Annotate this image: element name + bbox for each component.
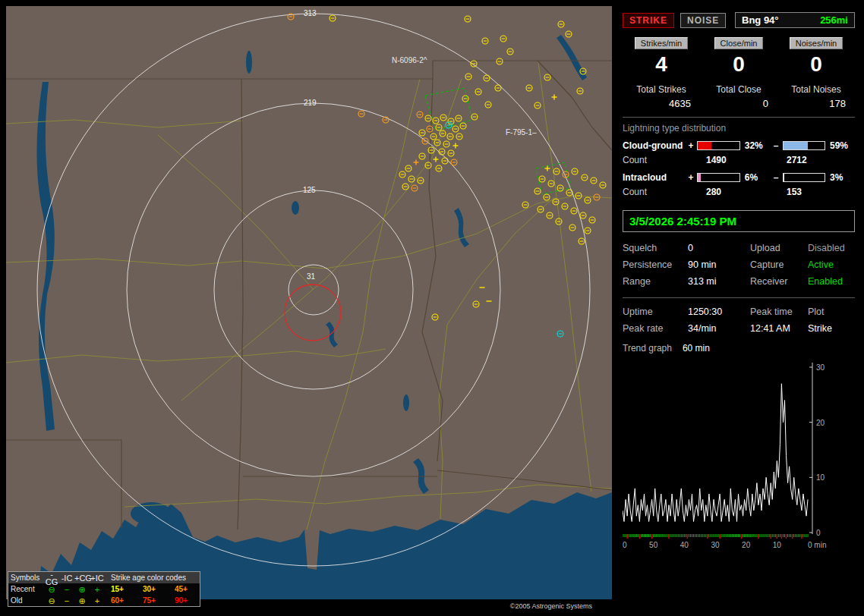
minus-icon: − bbox=[59, 586, 74, 593]
persistence-value: 90 min bbox=[688, 259, 750, 270]
map-view[interactable]: 31321912531 N-6096-2^F-795-1– ©2005 Astr… bbox=[6, 6, 612, 611]
legend-col-pos-ic: +IC bbox=[90, 574, 105, 582]
svg-text:10: 10 bbox=[816, 473, 825, 482]
close-per-min-button[interactable]: Close/min bbox=[714, 37, 764, 49]
total-close-label: Total Close bbox=[700, 84, 777, 95]
peak-time-value: 12:41 AM bbox=[750, 323, 808, 334]
legend-col-pos-cg: +CG bbox=[74, 574, 90, 582]
copyright-text: ©2005 Astrogenic Systems bbox=[510, 602, 592, 610]
cg-positive-pct: 32% bbox=[743, 140, 770, 151]
svg-text:30: 30 bbox=[816, 363, 825, 372]
svg-text:N-6096-2^: N-6096-2^ bbox=[392, 56, 427, 64]
control-panel: STRIKE NOISE Bng 94° 256mi Strikes/min 4… bbox=[618, 6, 859, 611]
trend-graph-label: Trend graph bbox=[623, 343, 672, 354]
svg-text:10: 10 bbox=[773, 541, 782, 549]
trend-graph-svg: 30201006050403020100 min bbox=[623, 357, 855, 552]
cg-negative-count: 2712 bbox=[770, 155, 807, 165]
trend-window-value: 60 min bbox=[683, 343, 710, 354]
strikes-per-min-button[interactable]: Strikes/min bbox=[635, 37, 688, 49]
plus-icon: + bbox=[90, 586, 105, 593]
total-close-value: 0 bbox=[700, 98, 777, 109]
ic-negative-bar bbox=[783, 173, 825, 182]
upload-status: Disabled bbox=[808, 243, 855, 253]
plot-label: Plot bbox=[808, 306, 855, 317]
svg-text:F-795-1–: F-795-1– bbox=[506, 128, 537, 137]
legend-old-ages: 60+ 75+ 90+ bbox=[105, 596, 197, 605]
trend-graph-header: Trend graph 60 min bbox=[623, 337, 855, 355]
capture-label: Capture bbox=[750, 259, 808, 270]
legend-col-neg-ic: -IC bbox=[59, 574, 74, 582]
capture-status: Active bbox=[808, 259, 855, 270]
ic-positive-pct: 6% bbox=[743, 172, 770, 183]
svg-text:125: 125 bbox=[303, 186, 316, 194]
plot-mode-value: Strike bbox=[808, 323, 855, 334]
distribution-title: Lightning type distribution bbox=[623, 123, 855, 139]
legend-old-label: Old bbox=[11, 596, 44, 605]
svg-text:30: 30 bbox=[711, 541, 720, 549]
upload-label: Upload bbox=[750, 243, 808, 253]
receiver-status: Enabled bbox=[808, 276, 855, 287]
svg-text:40: 40 bbox=[680, 541, 689, 549]
legend-col-neg-cg: -CG bbox=[44, 570, 59, 586]
symbol-legend: Symbols -CG -IC +CG +IC Strike age color… bbox=[8, 571, 200, 607]
legend-age-title: Strike age color codes bbox=[105, 574, 197, 582]
strikes-per-min-value: 4 bbox=[623, 52, 700, 77]
cg-negative-pct: 59% bbox=[828, 140, 855, 151]
cg-positive-bar bbox=[697, 141, 739, 150]
noises-per-min-button[interactable]: Noises/min bbox=[790, 37, 843, 49]
uptime-label: Uptime bbox=[623, 306, 688, 317]
circle-minus-icon: ⊖ bbox=[44, 586, 59, 593]
svg-text:219: 219 bbox=[304, 99, 317, 107]
noises-per-min-value: 0 bbox=[777, 52, 855, 77]
svg-text:0: 0 bbox=[816, 529, 821, 537]
circle-plus-icon: ⊕ bbox=[74, 586, 90, 593]
persistence-label: Persistence bbox=[623, 259, 688, 270]
intracloud-label: Intracloud bbox=[623, 172, 685, 183]
total-strikes-value: 4635 bbox=[623, 98, 700, 109]
age-30: 30+ bbox=[143, 585, 166, 593]
circle-minus-icon: ⊖ bbox=[44, 597, 59, 605]
age-75: 75+ bbox=[143, 596, 166, 605]
count-label: Count bbox=[623, 187, 686, 197]
bearing-value: Bng 94° bbox=[742, 14, 779, 26]
plus-sign: + bbox=[688, 140, 695, 151]
bearing-range-box: Bng 94° 256mi bbox=[735, 12, 855, 28]
minus-sign: – bbox=[773, 140, 780, 151]
ic-negative-pct: 3% bbox=[828, 172, 855, 183]
range-label: Range bbox=[623, 276, 688, 287]
close-per-min-value: 0 bbox=[700, 52, 777, 77]
noise-indicator-button[interactable]: NOISE bbox=[680, 13, 726, 28]
ic-negative-count: 153 bbox=[770, 187, 802, 197]
svg-text:313: 313 bbox=[304, 9, 317, 17]
clock-display: 3/5/2026 2:45:19 PM bbox=[623, 210, 855, 232]
peak-time-label: Peak time bbox=[750, 306, 808, 317]
plus-sign: + bbox=[688, 172, 695, 183]
age-60: 60+ bbox=[111, 596, 134, 605]
peak-rate-value: 34/min bbox=[688, 323, 750, 334]
intracloud-row: Intracloud + 6% – 3% bbox=[623, 171, 855, 184]
cg-positive-count: 1490 bbox=[686, 155, 770, 165]
svg-text:0 min: 0 min bbox=[808, 541, 826, 549]
top-indicator-bar: STRIKE NOISE Bng 94° 256mi bbox=[623, 6, 855, 33]
noises-column: Noises/min 0 Total Noises 178 bbox=[777, 37, 855, 109]
close-column: Close/min 0 Total Close 0 bbox=[700, 37, 777, 109]
settings-grid: Squelch 0 Upload Disabled Persistence 90… bbox=[623, 240, 855, 290]
count-label: Count bbox=[623, 155, 686, 165]
rate-stats: Strikes/min 4 Total Strikes 4635 Close/m… bbox=[623, 37, 855, 109]
minus-icon: − bbox=[59, 597, 74, 605]
plus-icon: + bbox=[90, 597, 105, 605]
cloud-ground-count-row: Count 1490 2712 bbox=[623, 152, 855, 171]
svg-text:31: 31 bbox=[307, 272, 316, 281]
age-45: 45+ bbox=[175, 585, 197, 593]
strike-indicator-button[interactable]: STRIKE bbox=[623, 13, 674, 28]
total-strikes-label: Total Strikes bbox=[623, 84, 700, 95]
divider bbox=[623, 117, 855, 118]
circle-plus-icon: ⊕ bbox=[74, 597, 90, 605]
legend-row-recent: Recent ⊖ − ⊕ + 15+ 30+ 45+ bbox=[8, 583, 200, 595]
intracloud-count-row: Count 280 153 bbox=[623, 184, 855, 203]
ic-positive-count: 280 bbox=[686, 187, 770, 197]
legend-symbols-title: Symbols bbox=[11, 574, 44, 582]
divider bbox=[623, 297, 855, 298]
trend-graph: 30201006050403020100 min bbox=[623, 357, 855, 552]
squelch-value: 0 bbox=[688, 243, 750, 253]
